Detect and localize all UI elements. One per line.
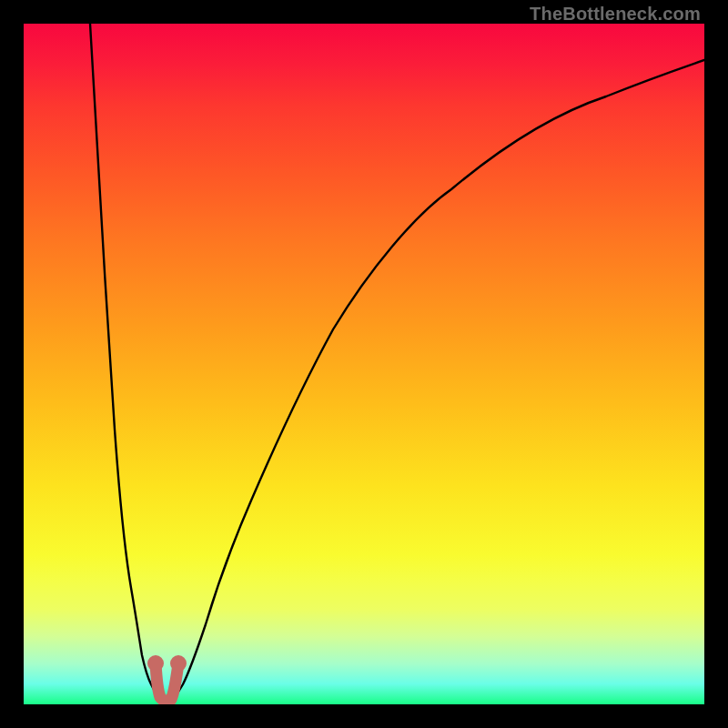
curve-left xyxy=(90,24,163,699)
attribution-text: TheBottleneck.com xyxy=(530,4,701,25)
chart-frame: TheBottleneck.com xyxy=(0,0,728,728)
curve-right xyxy=(172,60,704,699)
marker-connector xyxy=(156,663,178,702)
valley-markers xyxy=(149,657,185,702)
curves-svg xyxy=(24,24,704,704)
curve-group xyxy=(90,24,704,702)
plot-area xyxy=(24,24,704,704)
